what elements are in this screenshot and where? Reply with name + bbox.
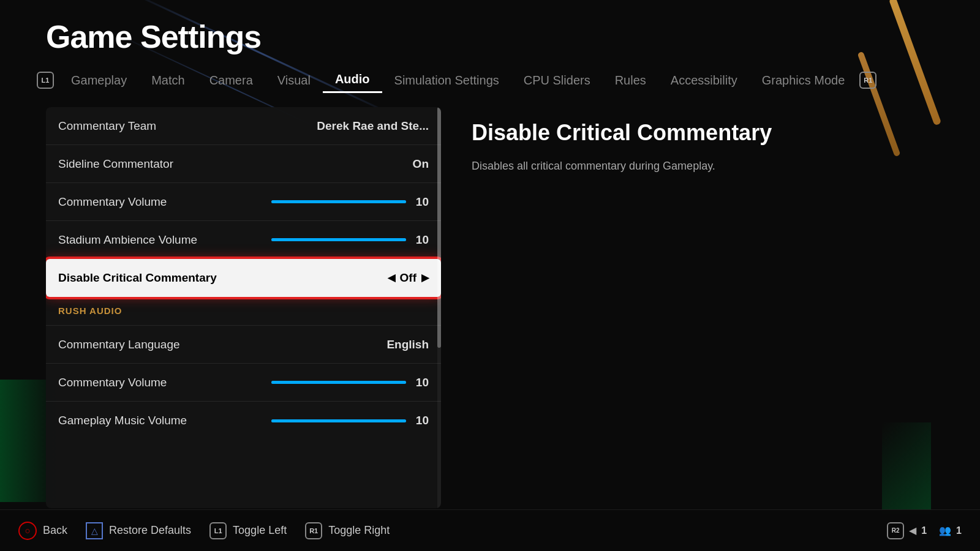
- settings-list: Commentary Team Derek Rae and Ste... Sid…: [46, 107, 441, 440]
- r1-badge: R1: [859, 72, 876, 89]
- setting-commentary-volume-label: Commentary Volume: [58, 195, 167, 209]
- setting-gameplay-music[interactable]: Gameplay Music Volume 10: [46, 402, 441, 440]
- slider-fill-2: [271, 238, 406, 241]
- tab-gameplay[interactable]: Gameplay: [59, 69, 139, 92]
- toggle-right-label: Toggle Right: [328, 524, 390, 537]
- tab-accessibility[interactable]: Accessibility: [658, 69, 750, 92]
- circle-button-icon: ○: [18, 522, 37, 540]
- slider-fill-4: [271, 419, 406, 422]
- r2-item: R2 ◀ 1: [887, 522, 927, 539]
- header: Game Settings: [46, 18, 261, 55]
- slider-value-3: 10: [413, 376, 429, 389]
- slider-track-2: [271, 238, 406, 241]
- triangle-button-icon: △: [86, 522, 103, 539]
- setting-rush-vol-label: Commentary Volume: [58, 376, 167, 389]
- settings-panel: Commentary Team Derek Rae and Ste... Sid…: [46, 107, 441, 508]
- count-1: 1: [921, 525, 927, 536]
- slider-value: 10: [413, 195, 429, 209]
- rush-commentary-slider[interactable]: 10: [271, 376, 429, 389]
- slider-fill: [271, 200, 406, 203]
- setting-rush-commentary-volume[interactable]: Commentary Volume 10: [46, 364, 441, 402]
- setting-commentary-lang-label: Commentary Language: [58, 338, 180, 351]
- people-item: 👥 1: [939, 525, 962, 536]
- setting-commentary-volume[interactable]: Commentary Volume 10: [46, 183, 441, 221]
- l1-badge: L1: [37, 72, 54, 89]
- slider-track-3: [271, 381, 406, 384]
- disable-critical-val: Off: [400, 271, 417, 285]
- gameplay-music-slider[interactable]: 10: [271, 414, 429, 427]
- tab-visual[interactable]: Visual: [265, 69, 323, 92]
- people-icon: 👥: [939, 525, 951, 536]
- slider-fill-3: [271, 381, 406, 384]
- bottom-right: R2 ◀ 1 👥 1: [887, 522, 962, 539]
- tab-match[interactable]: Match: [139, 69, 197, 92]
- scrollbar[interactable]: [437, 107, 441, 508]
- commentary-volume-slider[interactable]: 10: [271, 195, 429, 209]
- setting-disable-critical-label: Disable Critical Commentary: [58, 271, 217, 285]
- setting-sideline-label: Sideline Commentator: [58, 157, 173, 171]
- bottom-actions: ○ Back △ Restore Defaults L1 Toggle Left…: [18, 522, 887, 540]
- tab-simulation[interactable]: Simulation Settings: [382, 69, 511, 92]
- restore-defaults-label: Restore Defaults: [109, 524, 191, 537]
- setting-commentary-team-value: Derek Rae and Ste...: [317, 119, 429, 133]
- count-2: 1: [956, 525, 962, 536]
- setting-stadium-ambience[interactable]: Stadium Ambience Volume 10: [46, 221, 441, 259]
- toggle-right-action[interactable]: R1 Toggle Right: [305, 522, 390, 539]
- setting-commentary-lang-value: English: [386, 338, 429, 351]
- setting-music-label: Gameplay Music Volume: [58, 414, 187, 427]
- stadium-volume-slider[interactable]: 10: [271, 233, 429, 247]
- rush-audio-section-header: RUSH AUDIO: [46, 297, 441, 326]
- rush-audio-title: RUSH AUDIO: [58, 305, 122, 316]
- slider-value-2: 10: [413, 233, 429, 247]
- page-title: Game Settings: [46, 18, 261, 55]
- setting-disable-critical[interactable]: Disable Critical Commentary ◀ Off ▶: [46, 259, 441, 297]
- toggle-left-label: Toggle Left: [233, 524, 287, 537]
- r1-button-icon: R1: [305, 522, 322, 539]
- slider-track-4: [271, 419, 406, 422]
- arrow-left-bottom: ◀: [909, 525, 916, 536]
- main-content: Commentary Team Derek Rae and Ste... Sid…: [46, 107, 934, 508]
- nav-tabs: L1 Gameplay Match Camera Visual Audio Si…: [37, 67, 876, 93]
- tab-camera[interactable]: Camera: [197, 69, 265, 92]
- setting-commentary-language[interactable]: Commentary Language English: [46, 326, 441, 364]
- r2-badge: R2: [887, 522, 904, 539]
- setting-commentary-team[interactable]: Commentary Team Derek Rae and Ste...: [46, 107, 441, 145]
- l1-button-icon: L1: [209, 522, 227, 539]
- setting-sideline-value: On: [413, 157, 429, 171]
- slider-track: [271, 200, 406, 203]
- slider-value-4: 10: [413, 414, 429, 427]
- arrow-left-icon: ◀: [388, 272, 395, 283]
- tab-cpu-sliders[interactable]: CPU Sliders: [511, 69, 603, 92]
- setting-disable-critical-value: ◀ Off ▶: [388, 271, 429, 285]
- tab-graphics[interactable]: Graphics Mode: [750, 69, 858, 92]
- detail-panel: Disable Critical Commentary Disables all…: [459, 107, 934, 508]
- detail-description: Disables all critical commentary during …: [472, 158, 922, 174]
- toggle-left-action[interactable]: L1 Toggle Left: [209, 522, 287, 539]
- restore-defaults-action[interactable]: △ Restore Defaults: [86, 522, 191, 539]
- tab-rules[interactable]: Rules: [603, 69, 658, 92]
- back-action[interactable]: ○ Back: [18, 522, 67, 540]
- setting-stadium-label: Stadium Ambience Volume: [58, 233, 197, 247]
- tab-audio[interactable]: Audio: [323, 67, 382, 93]
- setting-sideline-commentator[interactable]: Sideline Commentator On: [46, 145, 441, 183]
- setting-commentary-team-label: Commentary Team: [58, 119, 156, 133]
- arrow-right-icon: ▶: [421, 272, 429, 283]
- scroll-thumb: [437, 107, 441, 348]
- detail-title: Disable Critical Commentary: [472, 119, 922, 146]
- back-label: Back: [43, 524, 67, 537]
- bottom-bar: ○ Back △ Restore Defaults L1 Toggle Left…: [0, 509, 980, 551]
